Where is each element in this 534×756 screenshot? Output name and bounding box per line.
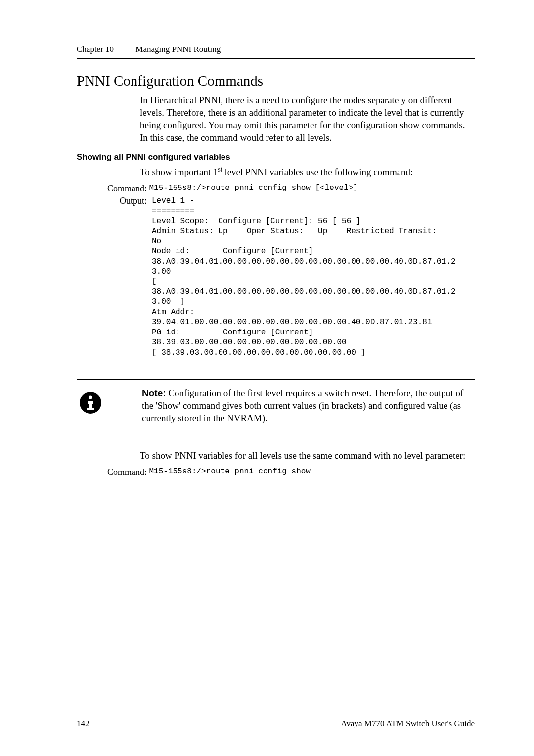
note-box: Note: Configuration of the first level r… (77, 379, 475, 432)
command-text-2: M15-155s8:/>route pnni config show (149, 467, 311, 476)
paragraph-all-levels: To show PNNI variables for all levels us… (140, 449, 475, 462)
output-text: Level 1 - ========= Level Scope: Configu… (152, 196, 456, 358)
page-footer: 142 Avaya M770 ATM Switch User's Guide (77, 715, 475, 729)
show-line-post: level PNNI variables use the following c… (222, 167, 413, 178)
section-title: PNNI Configuration Commands (77, 73, 475, 89)
header-rule (77, 58, 475, 59)
svg-rect-3 (89, 401, 92, 409)
note-text: Configuration of the first level require… (142, 388, 463, 423)
command-label-2: Command: (93, 467, 147, 477)
chapter-title: Managing PNNI Routing (135, 45, 221, 54)
doc-title: Avaya M770 ATM Switch User's Guide (341, 719, 475, 729)
output-label: Output: (93, 196, 147, 206)
footer-rule (77, 715, 475, 715)
subheading-showing-variables: Showing all PNNI configured variables (77, 152, 475, 162)
svg-point-1 (89, 396, 92, 399)
command-text-1: M15-155s8:/>route pnni config show [<lev… (149, 184, 358, 192)
command-label-1: Command: (93, 184, 147, 194)
chapter-label: Chapter 10 (77, 45, 114, 54)
show-line-pre: To show important 1 (140, 167, 218, 178)
page-header: Chapter 10 Managing PNNI Routing (77, 45, 475, 54)
show-variables-line: To show important 1st level PNNI variabl… (140, 165, 475, 178)
show-line-superscript: st (218, 166, 222, 173)
info-icon (79, 391, 102, 415)
svg-rect-4 (87, 408, 94, 410)
intro-paragraph: In Hierarchical PNNI, there is a need to… (140, 94, 475, 143)
page-number: 142 (77, 719, 89, 729)
note-label: Note: (142, 388, 166, 398)
